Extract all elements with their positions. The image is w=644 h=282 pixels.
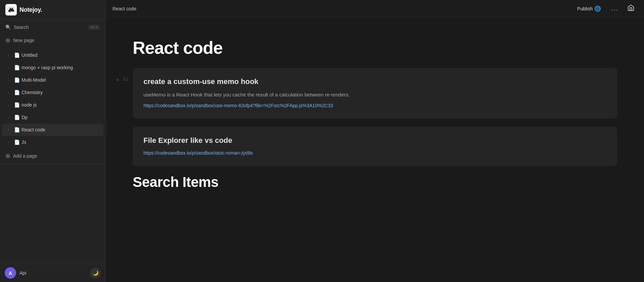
publish-button[interactable]: Publish 🌐 [572,4,605,14]
file-icon: 📄 [14,139,19,145]
add-page-button[interactable]: ⊕ Add a page [0,149,105,163]
app-title: Notejoy. [19,6,42,13]
card-heading-memo: create a custom-use memo hook [143,77,606,86]
chevron-icon: › [5,64,12,71]
main-content: React code Publish 🌐 ... React code [106,0,644,282]
topbar-title: React code [113,6,572,11]
add-page-label: Add a page [13,153,37,159]
home-button[interactable] [625,3,637,14]
search-icon: 🔍 [5,25,11,30]
chevron-icon: › [5,52,12,58]
card-link-explorer[interactable]: https://codesandbox.io/p/sandbox/stoic-r… [143,150,606,157]
chevron-icon: › [5,77,12,83]
topbar: React code Publish 🌐 ... [106,0,644,17]
globe-icon: 🌐 [595,6,601,12]
sidebar: Notejoy. 🔍 Search ctrl K ⊕ New page › 📄 … [0,0,106,282]
chevron-icon: › [5,126,12,133]
chevron-icon: › [5,114,12,121]
nav-label-mongo: mongo + rasp pi working [22,65,100,70]
search-button[interactable]: 🔍 Search ctrl K [0,21,105,33]
new-page-label: New page [13,38,34,43]
avatar[interactable]: A [5,267,16,279]
section-heading-search: Search Items [133,174,617,190]
sidebar-nav: › 📄 Untitled › 📄 mongo + rasp pi working… [0,47,105,264]
more-options-button[interactable]: ... [609,4,621,13]
sidebar-divider [3,164,102,164]
card-heading-explorer: File Explorer like vs code [143,136,606,145]
nav-label-chemistry: Chemistry [22,90,100,95]
file-icon: 📄 [14,52,19,58]
drag-handle[interactable]: ⠿⠿ [123,77,129,82]
sidebar-item-js[interactable]: › 📄 Js [2,136,103,148]
publish-label: Publish [577,6,593,11]
home-icon [627,6,635,13]
file-icon: 📄 [14,90,19,95]
sidebar-footer: A Api 🌙 [0,264,105,282]
add-page-icon: ⊕ [5,152,10,160]
sidebar-item-reactcode[interactable]: › 📄 React code [2,124,103,136]
logo-icon [5,4,17,15]
nav-label-multimodel: Multi-Model [22,77,100,83]
sidebar-item-chemistry[interactable]: › 📄 Chemistry [2,86,103,98]
card-body-memo: useMemo is a React Hook that lets you ca… [143,91,606,99]
nav-label-nodejs: node js [22,102,100,108]
sidebar-item-nodejs[interactable]: › 📄 node js [2,99,103,111]
user-name: Api [19,270,87,276]
avatar-letter: A [9,270,12,276]
sidebar-item-multimodel[interactable]: › 📄 Multi-Model [2,74,103,86]
chevron-icon: › [5,102,12,108]
add-block-button[interactable]: + [116,77,120,84]
new-page-button[interactable]: ⊕ New page [0,33,105,47]
card-link-memo[interactable]: https://codesandbox.io/p/sandbox/use-mem… [143,102,606,109]
sidebar-item-dp[interactable]: › 📄 Dp [2,111,103,123]
sidebar-header: Notejoy. [0,0,105,20]
content-area: React code + ⠿⠿ create a custom-use memo… [106,17,644,282]
nav-label-untitled: Untitled [22,52,100,58]
more-icon: ... [611,5,618,12]
search-label: Search [14,25,29,30]
topbar-actions: Publish 🌐 ... [572,3,637,14]
file-icon: 📄 [14,115,19,120]
new-page-icon: ⊕ [5,37,10,44]
card-file-explorer: File Explorer like vs code https://codes… [133,127,617,166]
nav-label-js: Js [22,139,100,145]
page-title: React code [133,38,617,58]
file-icon: 📄 [14,65,19,70]
search-shortcut: ctrl K [88,25,100,30]
sidebar-item-untitled[interactable]: › 📄 Untitled [2,49,103,61]
file-icon: 📄 [14,77,19,83]
file-icon: 📄 [14,127,19,132]
nav-label-reactcode: React code [22,127,100,132]
chevron-icon: › [5,139,12,146]
file-icon: 📄 [14,102,19,108]
dark-mode-button[interactable]: 🌙 [90,268,101,278]
card-memo-hook: + ⠿⠿ create a custom-use memo hook useMe… [133,68,617,119]
moon-icon: 🌙 [93,270,98,276]
sidebar-item-mongo[interactable]: › 📄 mongo + rasp pi working [2,62,103,74]
nav-label-dp: Dp [22,115,100,120]
chevron-icon: › [5,89,12,96]
